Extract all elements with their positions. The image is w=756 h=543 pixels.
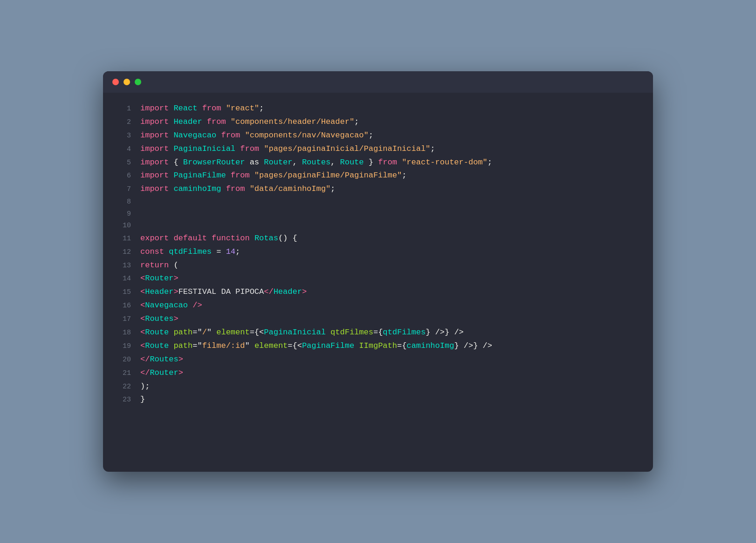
- line-content: <Route path="/" element={<PaginaInicial …: [140, 326, 644, 339]
- line-number: 19: [112, 340, 131, 353]
- titlebar: [103, 71, 653, 93]
- line-content: import Header from "components/header/He…: [140, 115, 644, 129]
- line-content: <Router>: [140, 272, 644, 285]
- code-line: 22 );: [103, 380, 653, 394]
- line-number: 15: [112, 286, 131, 299]
- line-number: 13: [112, 260, 131, 272]
- line-number: 11: [112, 233, 131, 245]
- line-number: 2: [112, 116, 131, 129]
- code-line: 23}: [103, 393, 653, 407]
- line-content: <Route path="filme/:id" element={<Pagina…: [140, 339, 644, 353]
- code-line: 1import React from "react";: [103, 102, 653, 115]
- line-number: 3: [112, 130, 131, 142]
- code-line: 6import PaginaFilme from "pages/paginaFi…: [103, 169, 653, 183]
- line-number: 22: [112, 381, 131, 393]
- code-line: 18 <Route path="/" element={<PaginaInici…: [103, 326, 653, 339]
- line-content: const qtdFilmes = 14;: [140, 245, 644, 259]
- line-content: return (: [140, 259, 644, 272]
- line-content: import { BrowserRouter as Router, Routes…: [140, 156, 644, 170]
- line-content: export default function Rotas() {: [140, 232, 644, 245]
- line-content: }: [140, 393, 644, 407]
- code-line: 21 </Router>: [103, 367, 653, 380]
- line-content: import React from "react";: [140, 102, 644, 115]
- code-line: 11export default function Rotas() {: [103, 232, 653, 245]
- line-number: 17: [112, 313, 131, 326]
- line-content: import caminhoImg from "data/caminhoImg"…: [140, 183, 644, 196]
- code-line: 19 <Route path="filme/:id" element={<Pag…: [103, 339, 653, 353]
- line-number: 6: [112, 170, 131, 182]
- code-editor: 1import React from "react";2import Heade…: [103, 93, 653, 416]
- line-number: 4: [112, 143, 131, 156]
- line-number: 9: [112, 208, 131, 220]
- line-number: 12: [112, 246, 131, 258]
- line-content: <Header>FESTIVAL DA PIPOCA</Header>: [140, 285, 644, 299]
- line-content: <Navegacao />: [140, 299, 644, 312]
- line-number: 1: [112, 103, 131, 115]
- line-number: 23: [112, 394, 131, 406]
- code-line: 3import Navegacao from "components/nav/N…: [103, 129, 653, 143]
- code-line: 16 <Navegacao />: [103, 299, 653, 312]
- line-number: 20: [112, 354, 131, 366]
- line-content: </Router>: [140, 367, 644, 380]
- line-number: 21: [112, 367, 131, 380]
- code-line: 13 return (: [103, 259, 653, 272]
- line-number: 14: [112, 273, 131, 285]
- line-number: 5: [112, 157, 131, 169]
- line-content: import PaginaInicial from "pages/paginaI…: [140, 143, 644, 156]
- line-content: import Navegacao from "components/nav/Na…: [140, 129, 644, 143]
- line-content: </Routes>: [140, 353, 644, 367]
- code-line: 5import { BrowserRouter as Router, Route…: [103, 156, 653, 170]
- code-line: 2import Header from "components/header/H…: [103, 115, 653, 129]
- line-content: <Routes>: [140, 312, 644, 326]
- code-line: 10: [103, 220, 653, 232]
- editor-window: 1import React from "react";2import Heade…: [103, 71, 653, 472]
- line-content: import PaginaFilme from "pages/paginaFil…: [140, 169, 644, 183]
- code-line: 17 <Routes>: [103, 312, 653, 326]
- code-line: 14 <Router>: [103, 272, 653, 285]
- code-line: 4import PaginaInicial from "pages/pagina…: [103, 143, 653, 156]
- code-line: 12 const qtdFilmes = 14;: [103, 245, 653, 259]
- line-number: 8: [112, 196, 131, 208]
- line-number: 16: [112, 300, 131, 312]
- close-button[interactable]: [112, 79, 119, 85]
- line-content: );: [140, 380, 644, 394]
- code-line: 8: [103, 196, 653, 208]
- code-line: 15 <Header>FESTIVAL DA PIPOCA</Header>: [103, 285, 653, 299]
- line-number: 7: [112, 183, 131, 196]
- minimize-button[interactable]: [124, 79, 130, 85]
- code-line: 7import caminhoImg from "data/caminhoImg…: [103, 183, 653, 196]
- code-line: 20 </Routes>: [103, 353, 653, 367]
- code-line: 9: [103, 208, 653, 220]
- line-number: 18: [112, 327, 131, 339]
- maximize-button[interactable]: [135, 79, 141, 85]
- line-number: 10: [112, 220, 131, 232]
